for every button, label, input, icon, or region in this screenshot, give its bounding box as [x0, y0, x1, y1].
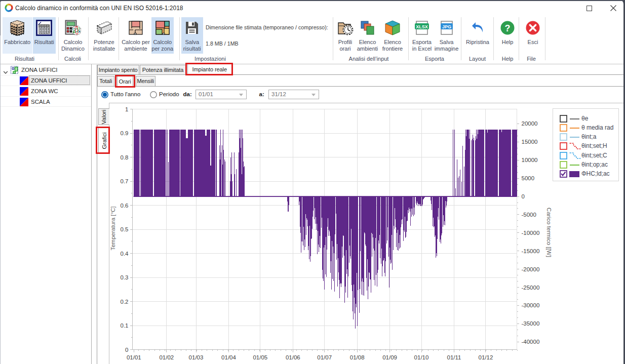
- svg-text:5000: 5000: [522, 175, 535, 181]
- svg-text:0.1: 0.1: [121, 322, 129, 329]
- svg-text:-5000: -5000: [522, 212, 536, 218]
- svg-text:-35000: -35000: [522, 320, 540, 327]
- svg-text:-40000: -40000: [522, 339, 540, 345]
- svg-text:01/04: 01/04: [221, 354, 236, 360]
- svg-text:-30000: -30000: [522, 302, 540, 308]
- svg-text:01/08: 01/08: [350, 354, 365, 360]
- svg-text:01/05: 01/05: [253, 354, 267, 360]
- svg-text:15000: 15000: [522, 139, 538, 145]
- svg-text:JPG: JPG: [442, 24, 451, 29]
- svg-text:01/09: 01/09: [382, 354, 397, 360]
- svg-text:XLSX: XLSX: [416, 24, 428, 29]
- svg-text:0.6: 0.6: [121, 203, 129, 209]
- svg-text:0.4: 0.4: [121, 251, 129, 257]
- svg-text:01/01: 01/01: [127, 354, 141, 360]
- svg-text:0: 0: [125, 347, 128, 353]
- svg-text:0.8: 0.8: [121, 154, 129, 160]
- svg-text:01/12: 01/12: [479, 354, 493, 360]
- svg-text:-25000: -25000: [522, 285, 540, 291]
- svg-text:0.7: 0.7: [121, 178, 129, 184]
- svg-text:Carico termico [[W]: Carico termico [[W]: [546, 208, 552, 257]
- svg-text:Temperatura [°C]: Temperatura [°C]: [110, 206, 116, 250]
- svg-text:20000: 20000: [522, 120, 538, 127]
- svg-text:01/11: 01/11: [447, 354, 461, 360]
- svg-text:0.9: 0.9: [121, 130, 129, 136]
- svg-text:01/06: 01/06: [286, 354, 300, 360]
- svg-text:01/07: 01/07: [317, 354, 332, 360]
- svg-text:0: 0: [522, 193, 525, 199]
- svg-text:0.5: 0.5: [121, 226, 129, 232]
- svg-text:-20000: -20000: [522, 266, 540, 272]
- svg-text:01/02: 01/02: [159, 354, 174, 360]
- svg-text:01/03: 01/03: [189, 354, 204, 360]
- svg-text:0.3: 0.3: [121, 274, 129, 280]
- svg-text:01/10: 01/10: [414, 354, 429, 360]
- svg-text:0.2: 0.2: [121, 299, 129, 305]
- svg-text:-10000: -10000: [522, 230, 540, 236]
- svg-text:10000: 10000: [522, 157, 538, 163]
- svg-text:-15000: -15000: [522, 248, 540, 254]
- svg-text:1: 1: [125, 106, 128, 112]
- svg-text:?: ?: [505, 23, 511, 33]
